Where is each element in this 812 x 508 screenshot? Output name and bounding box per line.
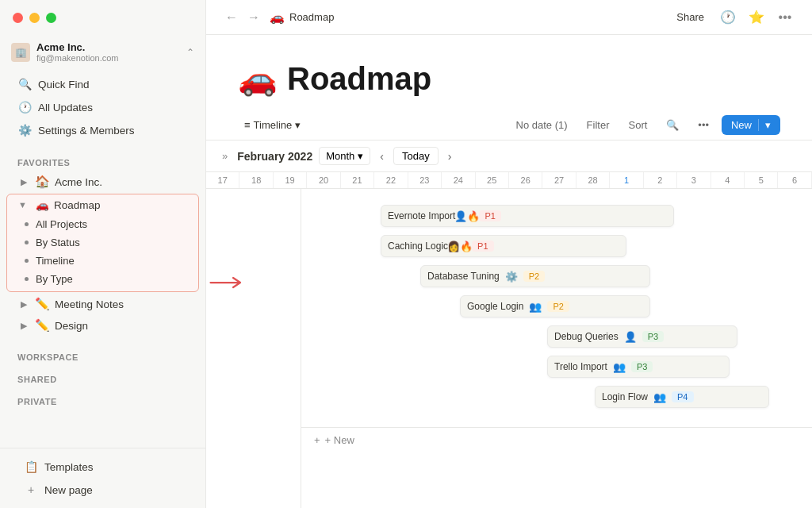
expand-icon: ▶ [17,299,30,310]
task-trello-import[interactable]: Trello Import👥P3 [547,356,730,378]
task-google-login[interactable]: Google Login👥P2 [460,295,650,318]
bullet-icon [25,277,29,281]
task-evernote-import[interactable]: Evernote Import👤🔥P1 [381,205,674,227]
plus-icon: + [314,434,320,446]
workspace-section: WORKSPACE SHARED PRIVATE [0,337,205,413]
month-chevron-icon: ▾ [358,150,363,162]
sidebar-item-quick-find[interactable]: 🔍 Quick Find [6,73,199,95]
main-content: ← → 🚗 Roadmap Share 🕐 ⭐ ••• 🚗 Roadmap ≡ … [206,0,812,508]
arrow-indicator [205,271,252,297]
task-database-tuning[interactable]: Database Tuning⚙️P2 [420,265,650,287]
date-cell: 23 [408,172,442,188]
filter-button[interactable]: Filter [580,116,616,134]
maximize-button[interactable] [46,13,56,23]
back-button[interactable]: ← [222,7,241,28]
share-button[interactable]: Share [670,8,710,26]
priority-badge: P2 [547,301,569,312]
sidebar-item-by-status[interactable]: By Status [7,233,198,252]
sidebar-item-timeline[interactable]: Timeline [7,252,198,270]
more-icon[interactable]: ••• [774,6,796,29]
new-button-label: New [731,119,752,131]
date-cell: 2 [644,172,677,188]
new-row-label: + New [325,434,354,446]
shared-label: SHARED [0,365,205,387]
tasks-area: Evernote Import👤🔥P1Caching Logic👩🔥P1Data… [301,189,812,427]
gear-icon: ⚙️ [17,123,32,137]
search-icon[interactable]: 🔍 [660,116,685,134]
history-icon[interactable]: 🕐 [717,6,739,29]
timeline-header: » February 2022 Month ▾ ‹ Today › [206,140,812,172]
date-cell: 24 [442,172,475,188]
templates-icon: 📋 [24,460,38,474]
today-button[interactable]: Today [393,147,439,165]
sidebar-item-all-updates[interactable]: 🕐 All Updates [6,96,199,118]
timeline-view-icon: ≡ [244,119,251,131]
sidebar-item-acme[interactable]: ▶ 🏠 Acme Inc. [6,171,199,192]
date-cell: 4 [711,172,745,188]
expand-icon: ▶ [17,177,30,187]
task-avatar: 👥 [653,390,667,404]
new-button-chevron: ▾ [758,119,771,131]
bullet-icon [25,259,29,263]
next-month-button[interactable]: › [443,148,457,165]
child-label: Timeline [36,255,75,267]
acme-label: Acme Inc. [55,176,193,188]
favorites-label: FAVORITES [0,148,205,171]
more-options-button[interactable]: ••• [691,116,715,134]
minimize-button[interactable] [29,13,40,23]
bullet-icon [25,222,29,226]
task-label: Google Login [467,301,523,312]
priority-badge: P3 [631,361,653,372]
new-button[interactable]: New ▾ [722,115,780,135]
task-avatar: 👥 [528,299,542,314]
workspace-header[interactable]: 🏢 Acme Inc. fig@makenotion.com ⌃ [0,35,205,69]
date-cell: 1 [610,172,643,188]
priority-badge: P2 [523,271,545,282]
sidebar-item-settings[interactable]: ⚙️ Settings & Members [6,119,199,141]
sidebar-nav: 🔍 Quick Find 🕐 All Updates ⚙️ Settings &… [0,69,205,145]
date-cell: 18 [239,172,273,188]
timeline-controls: Month ▾ ‹ Today › [319,147,456,165]
date-grid: 171819202122232425262728123456 [206,172,812,189]
sidebar-item-meeting-notes[interactable]: ▶ ✏️ Meeting Notes [6,294,199,314]
sidebar-bottom: 📋 Templates + New page [0,448,205,508]
timeline-right-panel: Evernote Import👤🔥P1Caching Logic👩🔥P1Data… [301,189,812,508]
sidebar-item-by-type[interactable]: By Type [7,270,198,288]
task-caching-logic[interactable]: Caching Logic👩🔥P1 [381,235,626,257]
task-debug-queries[interactable]: Debug Queries👤P3 [547,325,737,348]
sort-button[interactable]: Sort [622,116,653,134]
task-label: Evernote Import [388,210,455,221]
forward-button[interactable]: → [244,7,263,28]
task-avatar: 👤 [623,329,638,344]
workspace-info: Acme Inc. fig@makenotion.com [36,41,180,63]
expand-icon: ▶ [17,321,30,331]
page-title: 🚗 Roadmap [238,60,780,98]
today-label: Today [402,150,430,162]
clock-icon: 🕐 [17,100,32,114]
view-selector[interactable]: ≡ Timeline ▾ [238,116,307,134]
favorite-icon[interactable]: ⭐ [745,6,768,29]
date-cell: 20 [307,172,340,188]
no-date-button[interactable]: No date (1) [510,116,574,134]
sidebar-item-design[interactable]: ▶ ✏️ Design [6,315,199,336]
page-breadcrumb: Roadmap [289,11,334,23]
new-row-button[interactable]: + + New [301,427,812,452]
date-cell: 27 [542,172,576,188]
close-button[interactable] [13,13,23,23]
task-login-flow[interactable]: Login Flow👥P4 [595,386,769,408]
sidebar-item-all-projects[interactable]: All Projects [7,215,198,233]
sidebar-item-templates[interactable]: 📋 Templates [13,456,193,478]
design-label: Design [55,320,193,332]
child-label: By Type [36,273,73,285]
sidebar-item-new-page[interactable]: + New page [13,479,193,501]
month-selector[interactable]: Month ▾ [319,147,370,165]
task-avatar: 👤🔥 [460,209,474,223]
filter-label: Filter [587,119,610,131]
page-title-text: Roadmap [287,61,431,97]
sidebar-item-label: Settings & Members [38,125,135,137]
sidebar-item-roadmap[interactable]: ▼ 🚗 Roadmap [7,194,198,215]
prev-month-button[interactable]: ‹ [375,148,389,165]
date-cell: 19 [274,172,307,188]
task-label: Login Flow [602,391,648,402]
workspace-chevron-icon: ⌃ [186,47,194,58]
